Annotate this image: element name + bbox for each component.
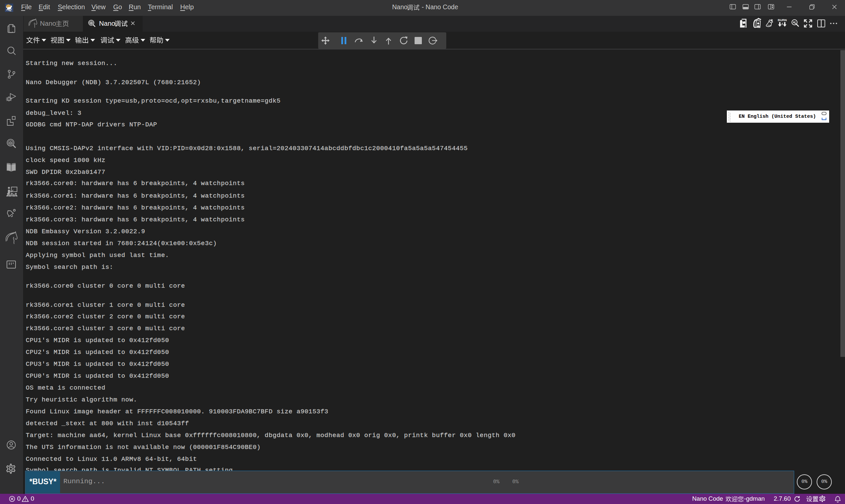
svg-text:BURN: BURN bbox=[778, 18, 787, 22]
